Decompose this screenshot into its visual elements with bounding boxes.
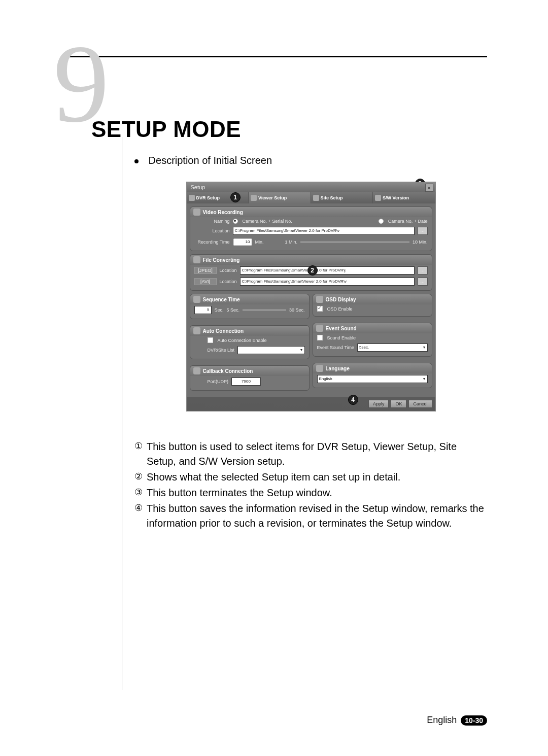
auto-connection-checkbox[interactable]	[208, 337, 213, 343]
dvr-icon	[189, 195, 195, 201]
group-event-sound: Event Sound Sound Enable Event Sound Tim…	[313, 323, 432, 357]
globe-icon	[316, 365, 323, 372]
info-icon	[375, 195, 381, 201]
group-sequence-time: Sequence Time 5 Sec. 5 Sec. 30 Sec.	[190, 294, 310, 319]
callout-2: 2	[307, 265, 318, 276]
bullet-icon	[134, 159, 139, 163]
desc-num-3: ③	[134, 486, 147, 500]
apply-button[interactable]: Apply	[368, 400, 389, 408]
desc-text-4: This button saves the information revise…	[147, 501, 487, 531]
tab-viewer-setup[interactable]: Viewer Setup	[249, 192, 311, 203]
ok-button[interactable]: OK	[391, 400, 406, 408]
page: 9 SETUP MODE Description of Initial Scre…	[61, 56, 487, 726]
site-icon	[313, 195, 319, 201]
footer-language: English	[427, 715, 457, 726]
top-rule	[61, 56, 487, 57]
display-icon	[316, 296, 323, 303]
desc-num-1: ①	[134, 439, 147, 469]
close-icon[interactable]: ×	[425, 184, 433, 192]
desc-num-2: ②	[134, 470, 147, 485]
recording-time-slider[interactable]	[300, 242, 409, 243]
callout-4: 4	[348, 395, 358, 405]
sequence-time-slider[interactable]	[243, 310, 286, 311]
browse-button[interactable]: ...	[418, 266, 428, 274]
dvr-site-list-select[interactable]	[237, 346, 304, 354]
tab-sw-version[interactable]: S/W Version	[373, 192, 435, 203]
sequence-time-input[interactable]: 5	[194, 306, 212, 314]
osd-enable-checkbox[interactable]	[317, 306, 323, 312]
bell-icon	[316, 325, 323, 332]
window-titlebar: Setup ×	[187, 182, 435, 192]
link-icon	[193, 327, 200, 334]
language-select[interactable]: English	[317, 375, 428, 383]
content: Description of Initial Screen 1 3 2 Setu…	[134, 155, 487, 532]
desc-text-3: This button terminates the Setup window.	[147, 486, 487, 500]
group-video-recording: Video Recording Naming Camera No. + Seri…	[190, 207, 432, 251]
desc-text-2: Shows what the selected Setup item can s…	[147, 470, 487, 485]
description-list: ①This button is used to select items for…	[134, 439, 487, 531]
chapter-title: SETUP MODE	[91, 117, 241, 142]
avi-location-input[interactable]: C:\Program Files\Samsung\SmartViewer 2.0…	[240, 278, 415, 286]
page-footer: English 10-30	[427, 715, 487, 726]
jpeg-location-input[interactable]: C:\Program Files\Samsung\SmartViewer 2.0…	[240, 266, 415, 274]
sound-time-select[interactable]: 5sec.	[357, 343, 427, 352]
record-icon	[193, 209, 200, 216]
sound-enable-checkbox[interactable]	[317, 335, 323, 340]
desc-num-4: ④	[134, 501, 147, 531]
setup-window: 1 3 2 Setup × DVR Setup Viewer Setup Sit…	[186, 182, 436, 411]
viewer-icon	[251, 195, 257, 201]
intro-text: Description of Initial Screen	[149, 155, 272, 166]
port-input[interactable]: 7900	[231, 377, 261, 386]
browse-button[interactable]: ...	[418, 227, 428, 235]
intro-bullet: Description of Initial Screen	[134, 155, 487, 166]
radio-serial[interactable]	[233, 219, 238, 224]
group-language: Language English	[313, 363, 432, 388]
group-callback: Callback Connection Port(UDP)7900	[190, 365, 310, 391]
tab-site-setup[interactable]: Site Setup	[311, 192, 373, 203]
window-title: Setup	[191, 184, 206, 190]
convert-icon	[193, 256, 200, 263]
callback-icon	[193, 367, 200, 374]
recording-time-input[interactable]: 10	[233, 238, 252, 246]
group-osd: OSD Display OSD Enable	[313, 294, 432, 317]
video-location-input[interactable]: C:\Program Files\Samsung\SmartViewer 2.0…	[233, 227, 415, 235]
desc-text-1: This button is used to select items for …	[147, 439, 487, 469]
page-number-badge: 10-30	[461, 715, 487, 726]
tab-bar: DVR Setup Viewer Setup Site Setup S/W Ve…	[187, 192, 435, 203]
radio-date[interactable]	[379, 219, 384, 224]
vertical-rule	[122, 137, 122, 690]
callout-1: 1	[230, 192, 241, 202]
clock-icon	[193, 296, 200, 303]
browse-button[interactable]: ...	[418, 278, 428, 286]
cancel-button[interactable]: Cancel	[408, 400, 432, 408]
group-auto-connection: Auto Connection Auto Connection Enable D…	[190, 325, 310, 359]
